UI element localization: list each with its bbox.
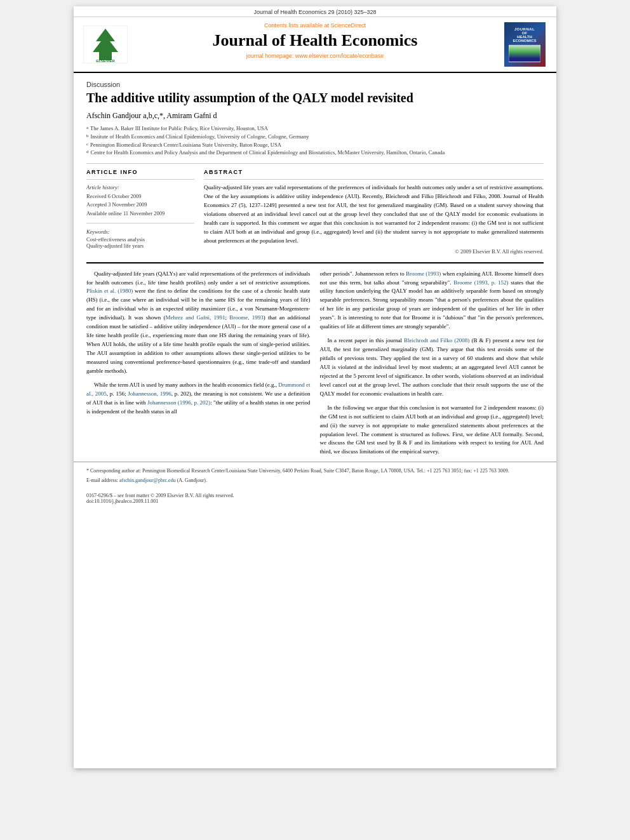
johannesson-link[interactable]: Johannesson, 1996 <box>128 390 171 397</box>
article-info-col: ARTICLE INFO Article history: Received 6… <box>86 169 194 255</box>
sciencedirect-name: ScienceDirect <box>331 22 366 29</box>
journal-bar: Journal of Health Economics 29 (2010) 32… <box>74 6 556 17</box>
doi-text: doi:10.1016/j.jhealeco.2009.11.001 <box>86 498 544 504</box>
broome-p152-link[interactable]: Broome (1993, p. 152) <box>453 279 508 286</box>
body-para-2: While the term AUI is used by many autho… <box>86 381 311 417</box>
affiliation-b: b Institute of Health Economics and Clin… <box>86 133 544 141</box>
drummond-link[interactable]: Drummond et al., 2005 <box>86 382 310 397</box>
journal-cover-image: JOURNAL OF HEALTH ECONOMICS <box>504 22 546 67</box>
copyright-text: © 2009 Elsevier B.V. All rights reserved… <box>204 248 544 255</box>
elsevier-logo-container: ELSEVIER <box>80 22 131 67</box>
article-page: Journal of Health Economics 29 (2010) 32… <box>74 6 556 768</box>
article-info-header: ARTICLE INFO <box>86 169 194 175</box>
journal-citation: Journal of Health Economics 29 (2010) 32… <box>253 9 376 15</box>
journal-title-area: Contents lists available at ScienceDirec… <box>131 22 499 67</box>
article-section-label: Discussion <box>86 81 544 88</box>
article-body: Quality-adjusted life years (QALYs) are … <box>74 270 556 462</box>
article-title: The additive utility assumption of the Q… <box>86 90 544 106</box>
svg-text:ELSEVIER: ELSEVIER <box>96 59 115 63</box>
email-link[interactable]: afschin.gandjour@pbrc.edu <box>119 477 176 483</box>
authors-line: Afschin Gandjour a,b,c,*, Amiram Gafni d <box>86 111 544 121</box>
sciencedirect-link: Contents lists available at ScienceDirec… <box>137 22 493 29</box>
article-header: Discussion The additive utility assumpti… <box>74 73 556 157</box>
footnote-email: E-mail address: afschin.gandjour@pbrc.ed… <box>86 477 544 484</box>
affiliations-block: a The James A. Baker III Institute for P… <box>86 124 544 157</box>
pliskin-link[interactable]: Pliskin et al. (1980) <box>86 288 133 294</box>
copyright-doi: 0167-6296/$ – see front matter © 2009 El… <box>86 493 544 498</box>
journal-homepage: journal homepage: www.elsevier.com/locat… <box>137 53 493 59</box>
recently-text: Recently <box>363 193 382 199</box>
journal-cover-area: JOURNAL OF HEALTH ECONOMICS <box>499 22 550 67</box>
abstract-header: ABSTRACT <box>204 169 544 175</box>
doi-section: 0167-6296/$ – see front matter © 2009 El… <box>74 491 556 507</box>
broome-1993-link[interactable]: Broome (1993) <box>406 270 441 277</box>
affiliation-d: d Centre for Health Economics and Policy… <box>86 149 544 157</box>
abstract-col: ABSTRACT Quality-adjusted life years are… <box>204 169 544 255</box>
bleichrodt-link[interactable]: Bleichrodt and Filko (2008) <box>404 337 469 343</box>
elsevier-logo-icon: ELSEVIER <box>83 25 128 63</box>
body-para-4: In a recent paper in this journal Bleich… <box>320 337 544 399</box>
broome-link[interactable]: Broome, 1993 <box>229 314 264 321</box>
homepage-url: www.elsevier.com/locate/econbase <box>295 53 384 59</box>
mehrez-link[interactable]: Mehrez and Gafni, 1991 <box>166 314 225 321</box>
journal-header: ELSEVIER Contents lists available at Sci… <box>74 17 556 73</box>
footnote-corresponding: * Corresponding author at: Pennington Bi… <box>86 467 544 475</box>
affiliation-a: a The James A. Baker III Institute for P… <box>86 124 544 133</box>
keywords-block: Keywords: Cost-effectiveness analysis Qu… <box>86 229 194 249</box>
info-abstract-section: ARTICLE INFO Article history: Received 6… <box>74 169 556 255</box>
body-para-5: In the following we argue that this conc… <box>320 404 544 457</box>
journal-name: Journal of Health Economics <box>137 30 493 50</box>
body-para-1: Quality-adjusted life years (QALYs) are … <box>86 270 311 376</box>
body-col-left: Quality-adjusted life years (QALYs) are … <box>86 270 311 462</box>
author-names: Afschin Gandjour a,b,c,*, Amiram Gafni d <box>86 111 217 120</box>
body-col-right: other periods". Johannesson refers to Br… <box>320 270 544 462</box>
johannesson-link2[interactable]: Johannesson (1996, p. 202) <box>147 399 210 406</box>
article-history: Article history: Received 6 October 2009… <box>86 183 194 218</box>
body-para-3: other periods". Johannesson refers to Br… <box>320 270 544 332</box>
footnotes-section: * Corresponding author at: Pennington Bi… <box>74 462 556 491</box>
abstract-body: Quality-adjusted life years are valid re… <box>204 183 544 246</box>
affiliation-c: c Pennington Biomedical Research Center/… <box>86 141 544 149</box>
